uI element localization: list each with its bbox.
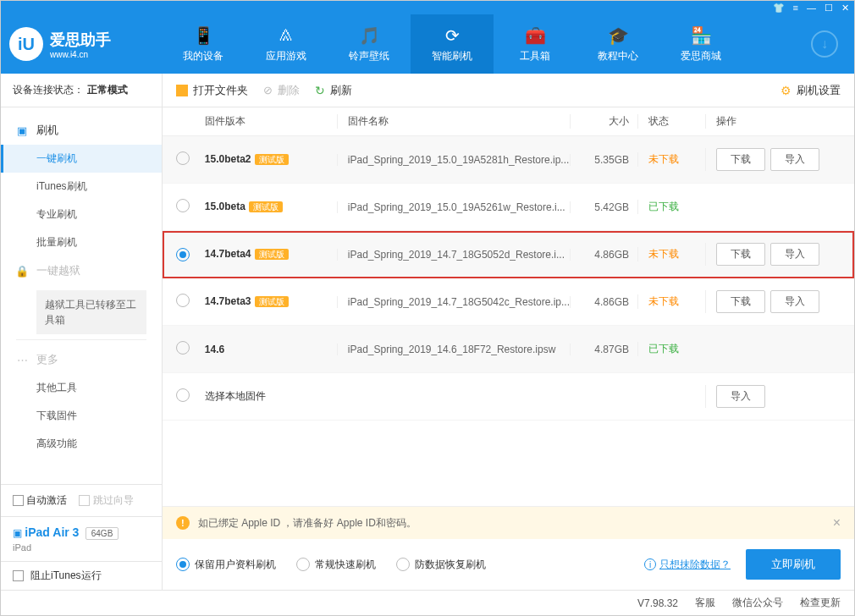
col-name: 固件名称	[337, 114, 570, 129]
table-row[interactable]: 14.7beta4测试版 iPad_Spring_2019_14.7_18G50…	[163, 231, 854, 278]
table-row[interactable]: 15.0beta2测试版 iPad_Spring_2019_15.0_19A52…	[163, 136, 854, 184]
sidebar-cat-flash-label: 刷机	[36, 123, 58, 138]
import-button[interactable]: 导入	[770, 290, 819, 313]
row-radio[interactable]	[176, 199, 190, 212]
firmware-status: 未下载	[637, 247, 705, 261]
beta-badge: 测试版	[249, 201, 283, 212]
row-radio[interactable]	[176, 151, 190, 165]
row-radio[interactable]	[176, 341, 190, 355]
firmware-status: 未下载	[637, 152, 705, 167]
refresh-button[interactable]: ↻刷新	[315, 83, 352, 98]
nav-icon: 🎵	[359, 25, 379, 46]
firmware-name: iPad_Spring_2019_15.0_19A5281h_Restore.i…	[337, 154, 570, 166]
header-right: ↓	[803, 30, 846, 58]
flash-settings-button[interactable]: ⚙刷机设置	[781, 83, 841, 98]
sidebar-cat-jailbreak-label: 一键越狱	[36, 263, 80, 278]
nav-item-3[interactable]: ⟳智能刷机	[411, 14, 494, 74]
menu-icon[interactable]: ≡	[793, 3, 798, 13]
main-content: 打开文件夹 ⊘删除 ↻刷新 ⚙刷机设置 固件版本 固件名称 大小 状态 操作 1…	[163, 74, 854, 590]
brand-site: www.i4.cn	[50, 50, 111, 59]
firmware-version: 14.7beta3	[205, 295, 251, 307]
firmware-size: 4.86GB	[570, 296, 637, 308]
table-header: 固件版本 固件名称 大小 状态 操作	[163, 107, 854, 136]
theme-icon[interactable]: 👕	[773, 3, 785, 14]
firmware-version: 15.0beta	[205, 201, 245, 212]
table-row[interactable]: 14.7beta3测试版 iPad_Spring_2019_14.7_18G50…	[163, 278, 854, 326]
device-capacity: 64GB	[86, 527, 119, 540]
download-button[interactable]: 下载	[716, 148, 765, 171]
row-radio[interactable]	[176, 248, 190, 261]
sidebar-item-more-2[interactable]: 高级功能	[1, 430, 162, 458]
logo-icon: iU	[9, 27, 43, 61]
sidebar-cat-more[interactable]: ⋯ 更多	[1, 345, 162, 374]
reload-icon: ↻	[315, 84, 325, 97]
sidebar-item-more-0[interactable]: 其他工具	[1, 374, 162, 402]
option-radio[interactable]	[176, 558, 190, 571]
sidebar-item-flash-0[interactable]: 一键刷机	[1, 145, 162, 173]
sidebar-item-flash-1[interactable]: iTunes刷机	[1, 173, 162, 201]
erase-data-link[interactable]: i只想抹除数据？	[644, 558, 731, 572]
nav-item-5[interactable]: 🎓教程中心	[576, 14, 659, 74]
firmware-name: iPad_Spring_2019_14.6_18F72_Restore.ipsw	[337, 344, 570, 355]
sidebar-cat-flash[interactable]: ▣ 刷机	[1, 116, 162, 145]
nav-item-0[interactable]: 📱我的设备	[162, 14, 245, 74]
delete-icon: ⊘	[263, 84, 273, 96]
device-info[interactable]: ▣ iPad Air 3 64GB iPad	[1, 516, 162, 561]
firmware-status: 已下载	[637, 342, 705, 356]
download-circle-icon[interactable]: ↓	[811, 30, 838, 58]
wechat-link[interactable]: 微信公众号	[732, 596, 783, 610]
nav-icon: 🏪	[691, 25, 711, 46]
nav-label: 铃声壁纸	[349, 49, 389, 63]
nav-item-2[interactable]: 🎵铃声壁纸	[328, 14, 411, 74]
window-titlebar: 👕 ≡ — ☐ ✕	[1, 1, 854, 14]
import-button[interactable]: 导入	[770, 243, 819, 266]
firmware-name: iPad_Spring_2019_14.7_18G5052d_Restore.i…	[337, 249, 570, 261]
nav-item-4[interactable]: 🧰工具箱	[494, 14, 576, 74]
firmware-size: 4.87GB	[570, 344, 637, 355]
local-firmware-row[interactable]: 选择本地固件 导入	[163, 373, 854, 421]
auto-activate-checkbox[interactable]: 自动激活	[13, 493, 67, 508]
flash-now-button[interactable]: 立即刷机	[746, 549, 841, 580]
lock-icon: 🔒	[16, 265, 28, 277]
maximize-icon[interactable]: ☐	[825, 3, 833, 14]
option-radio[interactable]	[296, 558, 310, 571]
sidebar-options-row: 自动激活 跳过向导	[1, 485, 162, 516]
firmware-size: 5.35GB	[570, 154, 637, 166]
sidebar-item-flash-3[interactable]: 批量刷机	[1, 228, 162, 256]
minimize-icon[interactable]: —	[807, 3, 816, 13]
import-button[interactable]: 导入	[770, 148, 819, 171]
firmware-size: 5.42GB	[570, 201, 637, 213]
check-update-link[interactable]: 检查更新	[800, 596, 841, 610]
flash-option-1[interactable]: 常规快速刷机	[296, 558, 376, 572]
sidebar-item-flash-2[interactable]: 专业刷机	[1, 201, 162, 228]
skip-guide-checkbox[interactable]: 跳过向导	[79, 493, 133, 508]
block-itunes-row[interactable]: 阻止iTunes运行	[1, 561, 162, 590]
row-radio[interactable]	[176, 294, 190, 307]
open-folder-button[interactable]: 打开文件夹	[176, 83, 248, 98]
import-button[interactable]: 导入	[716, 385, 765, 408]
warning-close-icon[interactable]: ×	[833, 515, 841, 531]
download-button[interactable]: 下载	[716, 243, 765, 266]
main-nav: 📱我的设备⩓应用游戏🎵铃声壁纸⟳智能刷机🧰工具箱🎓教程中心🏪爱思商城	[162, 14, 803, 74]
table-row[interactable]: 15.0beta测试版 iPad_Spring_2019_15.0_19A526…	[163, 184, 854, 231]
flash-option-2[interactable]: 防数据恢复刷机	[396, 558, 486, 572]
flash-option-0[interactable]: 保留用户资料刷机	[176, 558, 276, 572]
close-icon[interactable]: ✕	[841, 3, 849, 14]
option-radio[interactable]	[396, 558, 410, 571]
nav-item-6[interactable]: 🏪爱思商城	[659, 14, 742, 74]
nav-label: 我的设备	[183, 49, 223, 63]
service-link[interactable]: 客服	[695, 596, 715, 610]
nav-item-1[interactable]: ⩓应用游戏	[245, 14, 328, 74]
folder-icon	[176, 85, 188, 96]
gear-icon: ⚙	[781, 84, 792, 97]
table-row[interactable]: 14.6 iPad_Spring_2019_14.6_18F72_Restore…	[163, 326, 854, 373]
device-type: iPad	[13, 542, 150, 553]
radio-local[interactable]	[176, 388, 190, 402]
sidebar-cat-more-label: 更多	[36, 352, 58, 367]
beta-badge: 测试版	[255, 296, 289, 307]
nav-label: 智能刷机	[432, 49, 472, 63]
toolbar: 打开文件夹 ⊘删除 ↻刷新 ⚙刷机设置	[163, 74, 854, 107]
sidebar-item-more-1[interactable]: 下载固件	[1, 402, 162, 430]
brand-logo[interactable]: iU 爱思助手 www.i4.cn	[9, 27, 162, 61]
download-button[interactable]: 下载	[716, 290, 765, 313]
